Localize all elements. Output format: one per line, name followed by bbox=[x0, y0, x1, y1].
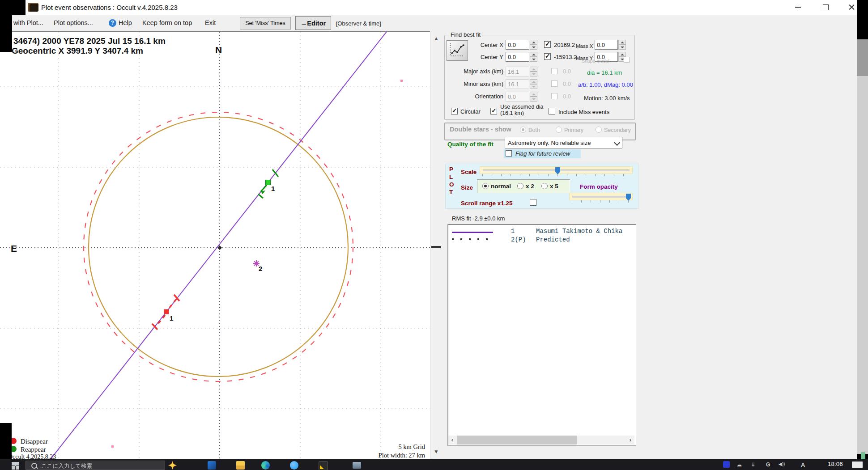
form-opacity-slider-thumb[interactable] bbox=[626, 194, 631, 201]
major-axis-input[interactable]: 16.1 bbox=[506, 67, 529, 76]
mass-y-checkbox[interactable] bbox=[544, 53, 551, 60]
mass-x-spinner[interactable] bbox=[618, 40, 626, 50]
major-axis-spinner[interactable] bbox=[530, 67, 537, 76]
tray-g-icon[interactable]: G bbox=[766, 462, 770, 468]
paint-app-icon[interactable] bbox=[319, 461, 328, 470]
menu-plot-options[interactable]: Plot options... bbox=[54, 19, 93, 26]
plot-letter-l: L bbox=[449, 174, 453, 180]
set-miss-times-button[interactable]: Set 'Miss' Times bbox=[240, 17, 291, 30]
plot-vertical-scrollbar[interactable]: ▲ ▼ bbox=[430, 31, 442, 459]
scale-slider[interactable] bbox=[480, 166, 633, 174]
ab-dmag-text: a/b: 1.00, dMag: 0.00 bbox=[578, 81, 633, 88]
minor-axis-alt-checkbox[interactable] bbox=[551, 80, 557, 87]
mass-x-input[interactable]: 0.0 bbox=[595, 40, 618, 50]
observer-time-label[interactable]: {Observer & time} bbox=[336, 20, 382, 27]
quality-select[interactable]: Astrometry only. No reliable size bbox=[505, 137, 622, 148]
major-axis-label: Major axis (km) bbox=[452, 68, 503, 75]
double-both-label: Both bbox=[528, 127, 540, 133]
list-horizontal-scrollbar[interactable]: ‹ › bbox=[448, 436, 634, 445]
center-x-spinner[interactable] bbox=[530, 40, 537, 50]
tray-app-icon[interactable] bbox=[723, 461, 730, 468]
mail-app-icon[interactable] bbox=[208, 461, 216, 470]
flag-review-checkbox[interactable] bbox=[506, 150, 512, 157]
size-x2-radio[interactable] bbox=[517, 183, 523, 189]
clip-studio-icon[interactable] bbox=[168, 461, 177, 470]
disappear-label: Disappear bbox=[21, 438, 48, 445]
green-event-label: 1 bbox=[271, 185, 275, 192]
find-best-fit-title: Find best fit bbox=[449, 31, 482, 38]
desktop-edge-thumb[interactable] bbox=[857, 39, 868, 76]
mass-x-coefficient: 20169.2 bbox=[554, 42, 575, 48]
observer-listbox[interactable] bbox=[447, 224, 636, 446]
plot-header-line1: 34674) 2000 YE78 2025 Jul 15 16.1 km bbox=[13, 36, 166, 46]
pink-dot bbox=[400, 80, 403, 82]
scale-slider-thumb[interactable] bbox=[555, 167, 560, 174]
maximize-button[interactable] bbox=[819, 1, 832, 13]
size-normal-radio[interactable] bbox=[482, 183, 489, 189]
editor-button[interactable]: →Editor bbox=[295, 16, 331, 30]
grid-scale-label: 5 km Grid bbox=[398, 443, 425, 450]
diameter-text: dia = 16.1 km bbox=[587, 69, 622, 76]
menu-help[interactable]: Help bbox=[119, 19, 132, 26]
close-button[interactable] bbox=[845, 1, 858, 13]
size-x5-radio[interactable] bbox=[541, 183, 548, 189]
file-explorer-icon[interactable] bbox=[236, 461, 245, 470]
scroll-right-icon[interactable]: › bbox=[626, 436, 634, 445]
scrollbar-axis-tick bbox=[431, 246, 441, 248]
form-opacity-slider[interactable] bbox=[569, 193, 633, 200]
device-icon[interactable] bbox=[353, 462, 361, 469]
scroll-up-icon[interactable]: ▲ bbox=[430, 33, 442, 44]
taskbar-search[interactable]: ここに入力して検索 bbox=[26, 461, 165, 470]
app-icon bbox=[28, 3, 38, 12]
ime-mode-icon[interactable]: A bbox=[801, 462, 805, 468]
edge-browser-icon[interactable] bbox=[261, 461, 270, 470]
use-assumed-checkbox[interactable] bbox=[490, 108, 497, 114]
center-y-input[interactable]: 0.0 bbox=[506, 52, 529, 62]
start-button[interactable] bbox=[12, 462, 19, 470]
double-both-radio[interactable] bbox=[520, 127, 526, 133]
twitter-app-icon[interactable] bbox=[290, 461, 298, 470]
double-primary-radio[interactable] bbox=[556, 127, 562, 133]
plot-canvas[interactable]: 1 1 2 34674) 2000 YE78 2025 Jul 15 16.1 … bbox=[0, 31, 431, 459]
taskbar-clock[interactable]: 18:06 bbox=[828, 461, 843, 467]
menu-keep-on-top[interactable]: Keep form on top bbox=[142, 19, 192, 26]
minor-axis-input[interactable]: 16.1 bbox=[506, 79, 529, 89]
double-secondary-radio[interactable] bbox=[596, 127, 602, 133]
orientation-alt-checkbox[interactable] bbox=[551, 93, 557, 99]
plot-letter-p: P bbox=[449, 166, 453, 173]
plot-header-line2: Geocentric X 3991.9 Y 3407.4 km bbox=[12, 46, 143, 55]
minimize-button[interactable] bbox=[791, 1, 804, 13]
plot-width-label: Plot width: 27 km bbox=[379, 452, 425, 459]
help-icon: ? bbox=[109, 19, 116, 27]
plot-graphics: 1 1 2 34674) 2000 YE78 2025 Jul 15 16.1 … bbox=[0, 32, 431, 460]
occult-plot-window: Plot event observations : Occult v.4.202… bbox=[0, 0, 868, 470]
tray-grid-icon[interactable]: # bbox=[752, 462, 755, 468]
center-x-label: Center X bbox=[452, 42, 503, 48]
desktop-edge-fragment bbox=[861, 452, 865, 459]
orientation-spinner[interactable] bbox=[530, 92, 537, 102]
mass-x-checkbox[interactable] bbox=[544, 41, 551, 48]
center-x-input[interactable]: 0.0 bbox=[506, 40, 529, 50]
rms-fit-text: RMS fit -2.9 ±0.0 km bbox=[452, 215, 505, 222]
minor-axis-spinner[interactable] bbox=[530, 79, 537, 89]
observer2-dotted-swatch bbox=[452, 238, 493, 240]
menu-exit[interactable]: Exit bbox=[205, 19, 216, 26]
shape-model-checkbox[interactable] bbox=[624, 57, 630, 63]
maximize-icon bbox=[823, 4, 829, 10]
center-y-spinner[interactable] bbox=[530, 52, 537, 62]
desktop-notch bbox=[0, 31, 12, 52]
desktop-edge-scrollbar[interactable] bbox=[857, 39, 868, 454]
onedrive-cloud-icon[interactable]: ☁ bbox=[736, 462, 742, 468]
major-axis-alt-checkbox[interactable] bbox=[551, 68, 557, 74]
orientation-input[interactable]: 0.0 bbox=[506, 92, 529, 102]
hscroll-thumb[interactable] bbox=[457, 436, 577, 445]
circular-checkbox[interactable] bbox=[451, 108, 458, 114]
menu-with-plot[interactable]: with Plot... bbox=[13, 19, 43, 26]
scroll-range-checkbox[interactable] bbox=[530, 199, 536, 206]
scroll-down-icon[interactable]: ▼ bbox=[430, 446, 442, 457]
scroll-range-label: Scroll range x1.25 bbox=[461, 200, 513, 207]
scroll-left-icon[interactable]: ‹ bbox=[448, 436, 456, 445]
notification-icon[interactable] bbox=[852, 462, 863, 468]
include-miss-checkbox[interactable] bbox=[549, 108, 555, 114]
volume-icon[interactable]: ◀)) bbox=[779, 462, 785, 466]
